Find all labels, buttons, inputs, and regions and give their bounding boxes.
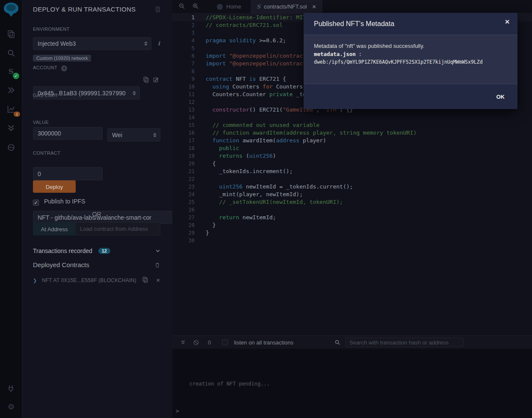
gas-limit-label: GAS LIMIT xyxy=(33,93,160,98)
deployed-contracts-label: Deployed Contracts xyxy=(33,261,89,268)
deploy-run-panel: DEPLOY & RUN TRANSACTIONS ENVIRONMENT In… xyxy=(22,0,172,418)
compile-success-badge-icon: ✓ xyxy=(13,73,19,79)
static-analysis-icon[interactable] xyxy=(5,122,17,134)
published-metadata-modal: Published NFT's Metadata ✕ Metadata of "… xyxy=(304,13,517,109)
listen-transactions-label: listen on all transactions xyxy=(234,339,293,346)
close-tab-icon[interactable]: ✕ xyxy=(312,4,316,10)
code-line[interactable]: 30 xyxy=(172,237,532,244)
analytics-icon[interactable]: 1 xyxy=(5,103,17,115)
code-line[interactable]: 26 xyxy=(172,206,532,214)
code-line[interactable]: 27 return newItemId; xyxy=(172,214,532,221)
contract-label: CONTRACT xyxy=(33,150,160,156)
at-address-input[interactable]: Load contract from Address xyxy=(76,222,160,235)
file-explorer-icon[interactable] xyxy=(5,28,17,40)
panel-title: DEPLOY & RUN TRANSACTIONS xyxy=(33,6,160,13)
solidity-file-icon: S xyxy=(257,3,260,10)
at-address-button[interactable]: At Address xyxy=(33,222,76,235)
terminal-toolbar: 0 listen on all transactions Search with… xyxy=(172,336,532,349)
search-icon[interactable] xyxy=(5,47,17,59)
edit-account-icon[interactable] xyxy=(153,77,159,85)
network-badge: Custom (10920) network xyxy=(33,55,91,62)
deploy-button[interactable]: Deploy xyxy=(33,180,76,193)
terminal-pane: 0 listen on all transactions Search with… xyxy=(172,336,532,418)
select-arrows-icon xyxy=(153,133,157,137)
pending-tx-count: 0 xyxy=(208,339,211,346)
metadata-file-name: metadata.json xyxy=(314,51,356,57)
zoom-out-icon[interactable] xyxy=(178,3,185,11)
terminal-search-icon xyxy=(334,339,340,345)
publish-ipfs-label: Publish to IPFS xyxy=(44,198,86,205)
environment-select[interactable]: Injected Web3 xyxy=(33,37,151,50)
code-line[interactable]: 23 uint256 newItemId = _tokenIds.current… xyxy=(172,183,532,191)
plugin-manager-icon[interactable] xyxy=(5,383,17,394)
code-line[interactable]: 15 // commented out unused variable xyxy=(172,121,532,129)
remix-ide-app: S ✓ 1 ⚙ DEPLOY & RUN TRANSACTIONS ENVIRO… xyxy=(0,0,532,418)
chevron-right-icon[interactable]: ❯ xyxy=(33,278,37,283)
deployed-contract-label: NFT AT 0X15E...E558F (BLOCKCHAIN) xyxy=(42,277,136,283)
code-line[interactable]: 22 xyxy=(172,175,532,183)
collapse-terminal-icon[interactable] xyxy=(180,339,186,345)
select-arrows-icon xyxy=(144,41,148,46)
environment-label: ENVIRONMENT xyxy=(33,26,160,32)
tab-home[interactable]: Home xyxy=(211,0,247,13)
trash-icon[interactable] xyxy=(154,262,160,268)
deployed-contract-item[interactable]: ❯ NFT AT 0X15E...E558F (BLOCKCHAIN) ✕ xyxy=(33,277,160,283)
code-line[interactable]: 14 xyxy=(172,114,532,121)
account-label: ACCOUNT xyxy=(33,65,57,70)
code-line[interactable]: 16 // function awardItem(address player,… xyxy=(172,129,532,137)
remix-logo-icon[interactable] xyxy=(3,3,19,19)
editor-tabbar: Home S contracts/NFT.sol ✕ xyxy=(172,0,532,14)
transactions-recorded-row[interactable]: Transactions recorded 12 xyxy=(33,247,160,254)
copy-contract-icon[interactable] xyxy=(142,277,148,284)
code-line[interactable]: 28 } xyxy=(172,221,532,229)
code-line[interactable]: 21 _tokenIds.increment(); xyxy=(172,168,532,175)
value-unit-select[interactable]: Wei xyxy=(107,128,160,141)
copy-account-icon[interactable] xyxy=(143,77,149,85)
remix-home-icon xyxy=(217,4,223,10)
solidity-compiler-icon[interactable]: S ✓ xyxy=(5,65,17,77)
code-line[interactable]: 19 returns (uint256) xyxy=(172,152,532,160)
settings-icon[interactable]: ⚙ xyxy=(5,401,17,413)
add-account-icon[interactable]: + xyxy=(61,65,67,71)
tab-nft-sol[interactable]: S contracts/NFT.sol ✕ xyxy=(251,0,322,13)
or-separator: OR xyxy=(33,211,160,218)
environment-info-icon[interactable]: i xyxy=(158,40,160,47)
ipfs-url: dweb:/ipfs/QmYL9P1Z7KE6AQvKJPFF52SX1p2TE… xyxy=(314,59,507,66)
transactions-count-badge: 12 xyxy=(98,248,110,254)
zoom-in-icon[interactable] xyxy=(192,3,199,11)
clear-console-icon[interactable] xyxy=(193,339,199,346)
analytics-count-badge: 1 xyxy=(14,112,20,117)
transactions-recorded-label: Transactions recorded xyxy=(33,247,92,254)
listen-transactions-checkbox[interactable] xyxy=(222,339,228,345)
code-line[interactable]: 25 // _setTokenURI(newItemId, tokenURI); xyxy=(172,198,532,206)
deploy-run-icon[interactable] xyxy=(5,84,17,96)
code-line[interactable]: 17 function awardItem(address player) xyxy=(172,137,532,144)
icon-sidebar: S ✓ 1 ⚙ xyxy=(0,0,22,418)
modal-title: Published NFT's Metadata xyxy=(314,20,394,28)
modal-close-icon[interactable]: ✕ xyxy=(505,18,510,25)
terminal-search-input[interactable]: Search with transaction hash or address xyxy=(346,338,464,347)
value-label: VALUE xyxy=(33,120,160,125)
code-line[interactable]: 29} xyxy=(172,229,532,237)
code-line[interactable]: 20 { xyxy=(172,160,532,168)
gas-limit-input[interactable]: 3000000 xyxy=(33,127,103,140)
code-line[interactable]: 24 _mint(player, newItemId); xyxy=(172,191,532,198)
docs-icon[interactable] xyxy=(154,6,161,15)
modal-message: Metadata of "nft" was published successf… xyxy=(314,42,507,50)
terminal-prompt[interactable]: > xyxy=(176,408,179,414)
ok-button[interactable]: OK xyxy=(494,93,508,100)
remove-contract-icon[interactable]: ✕ xyxy=(156,277,160,283)
publish-ipfs-checkbox[interactable]: ✓ xyxy=(33,200,39,206)
terminal-log-line: creation of NFT pending... xyxy=(189,381,270,387)
debugger-icon[interactable] xyxy=(5,141,17,153)
chevron-down-icon[interactable] xyxy=(155,248,160,253)
value-input[interactable]: 0 xyxy=(33,167,103,180)
code-line[interactable]: 18 public xyxy=(172,144,532,152)
